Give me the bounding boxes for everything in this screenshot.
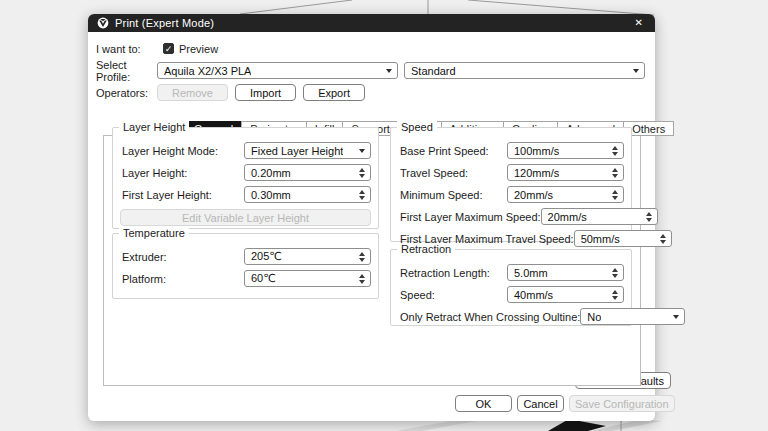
wireframe-line	[468, 0, 654, 15]
first-layer-height-label: First Layer Height:	[120, 189, 212, 201]
spinner-up-icon[interactable]	[612, 146, 618, 150]
only-retract-crossing-value: No	[587, 311, 601, 323]
dialog-body: I want to: ✓ Preview Select Profile: Aqu…	[88, 32, 655, 421]
wireframe-line	[240, 0, 352, 14]
spinner-up-icon[interactable]	[646, 212, 652, 216]
retraction-speed-spinner[interactable]: 40mm/s	[507, 286, 624, 303]
first-layer-height-value: 0.30mm	[251, 189, 291, 201]
close-icon[interactable]: ✕	[632, 16, 646, 30]
import-button[interactable]: Import	[235, 84, 296, 101]
spinner-up-icon[interactable]	[612, 268, 618, 272]
first-layer-max-speed-row: First Layer Maximum Speed: 20mm/s	[398, 208, 624, 225]
edit-variable-layer-height-button: Edit Variable Layer Height	[120, 209, 371, 226]
first-layer-max-speed-label: First Layer Maximum Speed:	[398, 211, 541, 223]
ok-button[interactable]: OK	[455, 395, 512, 412]
spinner-down-icon[interactable]	[612, 152, 618, 156]
layer-height-mode-dropdown[interactable]: Fixed Layer Height	[244, 142, 371, 159]
remove-button: Remove	[157, 84, 228, 101]
quality-dropdown[interactable]: Standard	[404, 62, 645, 79]
chevron-down-icon[interactable]	[673, 315, 679, 319]
spinner-up-icon[interactable]	[612, 290, 618, 294]
spinner-down-icon[interactable]	[359, 280, 365, 284]
temperature-group: Temperature Extruder: 205℃ Platform: 60℃	[112, 233, 379, 299]
only-retract-crossing-label: Only Retract When Crossing Oultine:	[398, 311, 580, 323]
minimum-speed-value: 20mm/s	[514, 189, 553, 201]
select-profile-label: Select Profile:	[96, 59, 157, 83]
base-print-speed-spinner[interactable]: 100mm/s	[507, 142, 624, 159]
spinner-up-icon[interactable]	[359, 252, 365, 256]
spinner-up-icon[interactable]	[612, 168, 618, 172]
retraction-length-spinner[interactable]: 5.0mm	[507, 264, 624, 281]
spinner-down-icon[interactable]	[612, 174, 618, 178]
spinner-down-icon[interactable]	[612, 296, 618, 300]
spinner-down-icon[interactable]	[612, 196, 618, 200]
spinner-down-icon[interactable]	[646, 218, 652, 222]
spinner-down-icon[interactable]	[359, 196, 365, 200]
want-to-label: I want to:	[96, 43, 157, 55]
retraction-group-title: Retraction	[397, 243, 455, 255]
print-expert-dialog: Print (Expert Mode) ✕ I want to: ✓ Previ…	[88, 14, 655, 421]
extruder-row: Extruder: 205℃	[120, 248, 371, 265]
speed-group-title: Speed	[397, 121, 437, 133]
minimum-speed-spinner[interactable]: 20mm/s	[507, 186, 624, 203]
platform-spinner[interactable]: 60℃	[244, 270, 371, 287]
first-layer-height-spinner[interactable]: 0.30mm	[244, 186, 371, 203]
spinner-up-icon[interactable]	[612, 190, 618, 194]
only-retract-crossing-row: Only Retract When Crossing Oultine: No	[398, 308, 624, 325]
minimum-speed-label: Minimum Speed:	[398, 189, 483, 201]
retraction-speed-value: 40mm/s	[514, 289, 553, 301]
travel-speed-label: Travel Speed:	[398, 167, 468, 179]
first-layer-max-speed-spinner[interactable]: 20mm/s	[541, 208, 658, 225]
temperature-group-title: Temperature	[119, 227, 189, 239]
spinner-up-icon[interactable]	[359, 168, 365, 172]
layer-height-mode-value: Fixed Layer Height	[251, 145, 343, 157]
chevron-down-icon[interactable]	[633, 69, 639, 73]
preview-checkbox[interactable]: ✓	[163, 43, 174, 54]
minimum-speed-row: Minimum Speed: 20mm/s	[398, 186, 624, 203]
layer-height-spinner[interactable]: 0.20mm	[244, 164, 371, 181]
layer-height-group-title: Layer Height	[119, 121, 189, 133]
app-logo-icon	[97, 17, 109, 29]
base-print-speed-value: 100mm/s	[514, 145, 559, 157]
extruder-spinner[interactable]: 205℃	[244, 248, 371, 265]
spinner-up-icon[interactable]	[660, 234, 666, 238]
platform-value: 60℃	[251, 272, 276, 285]
travel-speed-row: Travel Speed: 120mm/s	[398, 164, 624, 181]
layer-height-label: Layer Height:	[120, 167, 187, 179]
platform-row: Platform: 60℃	[120, 270, 371, 287]
quality-dropdown-value: Standard	[411, 65, 456, 77]
travel-speed-value: 120mm/s	[514, 167, 559, 179]
spinner-down-icon[interactable]	[359, 258, 365, 262]
retraction-length-label: Retraction Length:	[398, 267, 490, 279]
profile-dropdown[interactable]: Aquila X2/X3 PLA	[157, 62, 398, 79]
preview-label: Preview	[179, 43, 218, 55]
only-retract-crossing-dropdown[interactable]: No	[580, 308, 685, 325]
cancel-button[interactable]: Cancel	[517, 395, 564, 412]
spinner-up-icon[interactable]	[359, 274, 365, 278]
layer-height-mode-label: Layer Height Mode:	[120, 145, 218, 157]
travel-speed-spinner[interactable]: 120mm/s	[507, 164, 624, 181]
chevron-down-icon[interactable]	[359, 149, 365, 153]
dialog-titlebar[interactable]: Print (Expert Mode) ✕	[88, 14, 655, 32]
profile-dropdown-value: Aquila X2/X3 PLA	[164, 65, 251, 77]
base-print-speed-label: Base Print Speed:	[398, 145, 489, 157]
first-layer-max-travel-speed-spinner[interactable]: 50mm/s	[574, 230, 672, 247]
spinner-down-icon[interactable]	[359, 174, 365, 178]
layer-height-value: 0.20mm	[251, 167, 291, 179]
layer-height-mode-row: Layer Height Mode: Fixed Layer Height	[120, 142, 371, 159]
spinner-down-icon[interactable]	[660, 240, 666, 244]
platform-label: Platform:	[120, 273, 166, 285]
save-configuration-button: Save Configuration	[569, 395, 675, 412]
export-button[interactable]: Export	[303, 84, 365, 101]
spinner-down-icon[interactable]	[612, 274, 618, 278]
chevron-down-icon[interactable]	[386, 69, 392, 73]
retraction-speed-label: Speed:	[398, 289, 435, 301]
layer-height-row: Layer Height: 0.20mm	[120, 164, 371, 181]
spinner-up-icon[interactable]	[359, 190, 365, 194]
select-profile-row: Select Profile: Aquila X2/X3 PLA Standar…	[96, 62, 647, 79]
extruder-value: 205℃	[251, 250, 282, 263]
dialog-title: Print (Expert Mode)	[115, 17, 214, 29]
retraction-length-row: Retraction Length: 5.0mm	[398, 264, 624, 281]
retraction-speed-row: Speed: 40mm/s	[398, 286, 624, 303]
base-print-speed-row: Base Print Speed: 100mm/s	[398, 142, 624, 159]
